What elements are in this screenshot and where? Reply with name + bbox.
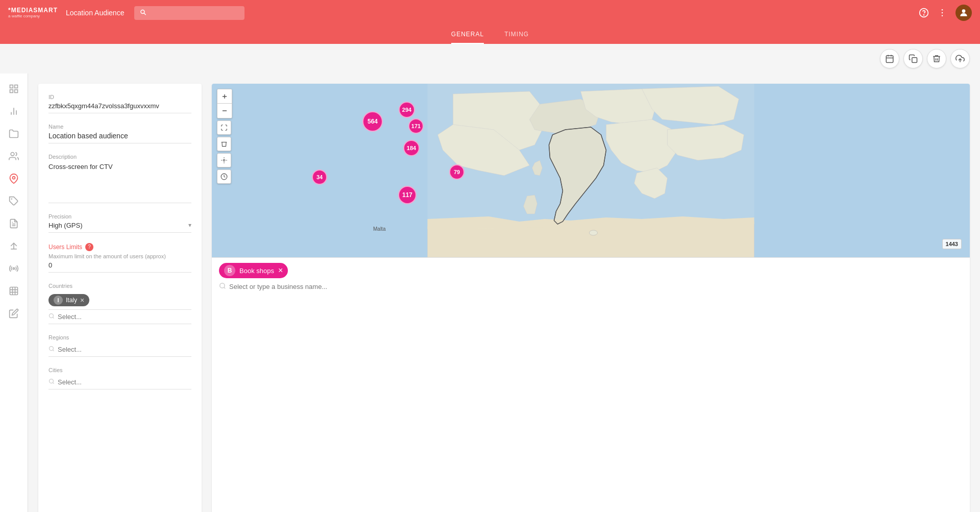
svg-point-36 [50, 379, 54, 383]
countries-tag-container: I Italy × [48, 291, 191, 310]
svg-line-46 [224, 287, 226, 289]
name-label: Name [48, 124, 191, 130]
nav-home[interactable] [4, 79, 24, 99]
name-field-group: Name Location based audience [48, 124, 191, 143]
nav-users[interactable] [4, 146, 24, 166]
map-clock-button[interactable] [217, 169, 231, 184]
countries-select-input[interactable] [58, 313, 191, 321]
tab-general[interactable]: GENERAL [451, 26, 484, 44]
regions-field-group: Regions [48, 334, 191, 357]
more-options-button[interactable] [937, 8, 947, 18]
id-field-group: ID zzfbkx5qxgm44a7zvolssa3fguxvxxmv [48, 94, 191, 113]
business-search-row[interactable] [219, 282, 963, 291]
duplicate-button[interactable] [903, 49, 923, 68]
left-panel: ID zzfbkx5qxgm44a7zvolssa3fguxvxxmv Name… [38, 84, 202, 512]
top-header: *MEDIASMART a waffle company Location Au… [0, 0, 980, 26]
svg-rect-14 [15, 90, 18, 93]
help-icon[interactable]: ? [85, 243, 93, 251]
users-limits-value: 0 [48, 261, 191, 273]
cities-select-input[interactable] [58, 378, 191, 386]
svg-point-32 [50, 313, 54, 318]
nav-location[interactable] [4, 168, 24, 189]
cluster-79[interactable]: 79 [449, 164, 464, 180]
nav-grid[interactable] [4, 281, 24, 301]
tab-timing[interactable]: TIMING [504, 26, 529, 44]
logo: *MEDIASMART a waffle company [8, 7, 58, 18]
svg-point-20 [13, 177, 15, 179]
precision-field-group: Precision High (GPS) ▾ [48, 213, 191, 233]
cluster-34[interactable]: 34 [312, 169, 327, 185]
regions-select-input[interactable] [58, 346, 191, 353]
logo-sub: a waffle company [8, 14, 58, 18]
nav-radio[interactable] [4, 258, 24, 279]
regions-select-wrapper[interactable] [48, 343, 191, 357]
regions-label: Regions [48, 334, 191, 340]
countries-search-icon [48, 313, 55, 321]
delete-button[interactable] [927, 49, 946, 68]
logo-text: *MEDIASMART [8, 7, 58, 14]
nav-edit[interactable] [4, 303, 24, 324]
map-delete-button[interactable] [217, 137, 231, 151]
country-tag-italy: I Italy × [48, 294, 89, 306]
map-controls [217, 89, 232, 184]
svg-rect-13 [15, 85, 18, 88]
svg-point-43 [223, 159, 225, 161]
svg-point-4 [942, 15, 943, 17]
description-label: Description [48, 154, 191, 160]
cluster-294[interactable]: 294 [399, 102, 415, 118]
action-bar [0, 44, 980, 74]
cluster-171[interactable]: 171 [408, 118, 424, 134]
content-area: ID zzfbkx5qxgm44a7zvolssa3fguxvxxmv Name… [28, 74, 980, 512]
business-tag-letter: B [224, 265, 235, 276]
nav-folder[interactable] [4, 124, 24, 144]
nav-chart[interactable] [4, 101, 24, 121]
avatar[interactable] [955, 5, 972, 21]
header-right [919, 5, 972, 21]
search-wrapper [134, 6, 364, 20]
malta-label: Malta [373, 226, 385, 232]
business-tag-close[interactable]: × [278, 266, 283, 275]
help-button[interactable] [919, 8, 929, 18]
countries-field-group: Countries I Italy × [48, 283, 191, 324]
nav-report[interactable] [4, 213, 24, 234]
id-value: zzfbkx5qxgm44a7zvolssa3fguxvxxmv [48, 102, 191, 113]
sub-tabs-bar: GENERAL TIMING [0, 26, 980, 44]
users-limits-label: Users Limits ? [48, 243, 191, 251]
cluster-1443[interactable]: 1443 [942, 239, 962, 249]
id-label: ID [48, 94, 191, 100]
main-layout: ID zzfbkx5qxgm44a7zvolssa3fguxvxxmv Name… [0, 74, 980, 512]
nav-tag[interactable] [4, 191, 24, 211]
svg-rect-15 [10, 90, 13, 93]
map-locate-button[interactable] [217, 153, 231, 167]
map-svg [212, 84, 970, 257]
business-tag-row: B Book shops × [219, 263, 963, 278]
precision-select[interactable]: High (GPS) ▾ [48, 222, 191, 233]
map-expand-button[interactable] [217, 120, 231, 135]
upload-button[interactable] [950, 49, 970, 68]
map-container[interactable]: 564 294 171 184 34 79 117 1443 Malta [212, 84, 970, 257]
schedule-button[interactable] [880, 49, 899, 68]
zoom-out-button[interactable] [217, 104, 232, 118]
global-search-input[interactable] [134, 6, 244, 20]
regions-search-icon [48, 346, 55, 353]
country-tag-label: Italy [66, 297, 77, 304]
right-panel: 564 294 171 184 34 79 117 1443 Malta [212, 84, 970, 512]
country-tag-letter: I [54, 296, 63, 305]
nav-sort[interactable] [4, 236, 24, 256]
page-title: Location Audience [66, 9, 124, 17]
zoom-in-button[interactable] [217, 89, 232, 104]
svg-line-33 [53, 317, 54, 318]
cluster-184[interactable]: 184 [403, 140, 420, 156]
svg-point-34 [50, 346, 54, 350]
description-field-group: Description Cross-screen for CTV [48, 154, 191, 203]
cluster-117[interactable]: 117 [398, 186, 416, 204]
cities-search-icon [48, 378, 55, 386]
country-tag-close[interactable]: × [80, 297, 84, 304]
countries-select-wrapper[interactable] [48, 310, 191, 324]
svg-rect-27 [10, 287, 18, 295]
business-search-input[interactable] [229, 283, 963, 290]
svg-point-45 [220, 283, 225, 288]
svg-rect-10 [912, 58, 917, 63]
cluster-564[interactable]: 564 [362, 111, 383, 132]
cities-select-wrapper[interactable] [48, 375, 191, 389]
